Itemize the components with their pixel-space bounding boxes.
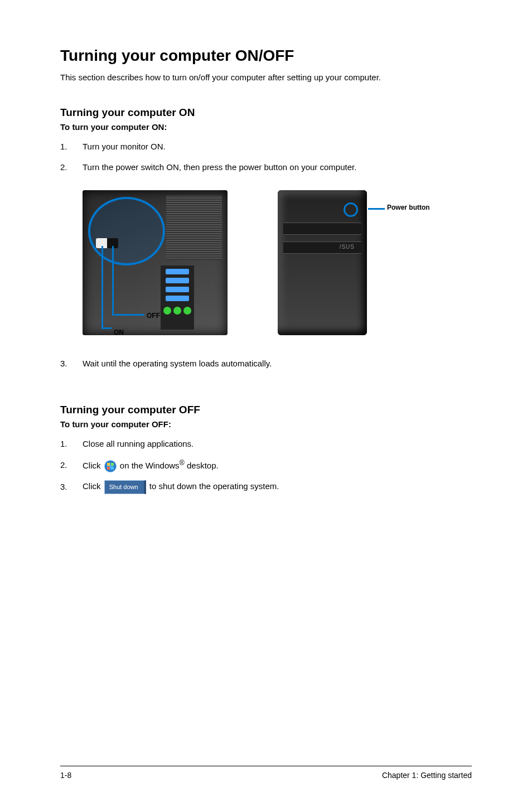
step-number: 2. bbox=[60, 459, 83, 472]
power-switch-graphic bbox=[96, 238, 118, 248]
figure-rear-panel: OFF ON bbox=[83, 190, 228, 335]
text-part: Click bbox=[83, 461, 101, 470]
step-text: Click Shut down to shut down the operati… bbox=[83, 480, 279, 494]
callout-line bbox=[101, 327, 112, 329]
step-text: Click on the Windows® desktop. bbox=[83, 458, 219, 472]
section-sub-off: To turn your computer OFF: bbox=[60, 419, 472, 429]
text-part: desktop. bbox=[187, 461, 219, 470]
step-text: Turn your monitor ON. bbox=[83, 141, 166, 153]
step-text: Turn the power switch ON, then press the… bbox=[83, 161, 356, 174]
vent-graphic bbox=[166, 196, 222, 260]
off-step-1: 1. Close all running applications. bbox=[60, 438, 472, 451]
text-part: to shut down the operating system. bbox=[149, 481, 279, 491]
on-step-3: 3. Wait until the operating system loads… bbox=[60, 357, 472, 370]
figure-front-panel: /SUS Power button bbox=[278, 190, 378, 335]
shutdown-button-graphic: Shut down bbox=[104, 480, 146, 494]
page-footer: 1-8 Chapter 1: Getting started bbox=[60, 766, 472, 780]
section-sub-on: To turn your computer ON: bbox=[60, 122, 472, 132]
power-button-callout-circle bbox=[344, 202, 358, 217]
on-step-1: 1. Turn your monitor ON. bbox=[60, 141, 472, 153]
step-number: 1. bbox=[60, 141, 83, 153]
callout-line bbox=[368, 208, 385, 210]
intro-text: This section describes how to turn on/of… bbox=[60, 73, 472, 82]
tower-front-graphic: /SUS bbox=[278, 190, 367, 335]
off-step-2: 2. Click on the Windows® desktop. bbox=[60, 458, 472, 472]
step-number: 3. bbox=[60, 481, 83, 494]
step-number: 1. bbox=[60, 438, 83, 451]
step-text: Close all running applications. bbox=[83, 438, 194, 451]
label-off: OFF bbox=[147, 312, 160, 320]
callout-line bbox=[112, 314, 144, 316]
section-heading-off: Turning your computer OFF bbox=[60, 404, 472, 416]
drive-bay-graphic bbox=[283, 223, 361, 235]
io-panel-graphic bbox=[161, 265, 194, 330]
windows-start-icon bbox=[104, 460, 117, 472]
brand-logo: /SUS bbox=[340, 244, 355, 250]
page-title: Turning your computer ON/OFF bbox=[60, 47, 472, 65]
on-step-2: 2. Turn the power switch ON, then press … bbox=[60, 161, 472, 174]
text-part: Click bbox=[83, 481, 101, 491]
callout-line bbox=[112, 246, 114, 316]
callout-line bbox=[101, 246, 103, 328]
off-step-3: 3. Click Shut down to shut down the oper… bbox=[60, 480, 472, 494]
registered-mark: ® bbox=[180, 459, 185, 467]
step-number: 3. bbox=[60, 357, 83, 370]
section-heading-on: Turning your computer ON bbox=[60, 107, 472, 119]
psu-callout-circle bbox=[88, 197, 165, 265]
shutdown-button-label: Shut down bbox=[104, 480, 146, 494]
text-part: on the Windows bbox=[120, 461, 180, 470]
step-text: Wait until the operating system loads au… bbox=[83, 357, 272, 370]
label-on: ON bbox=[114, 328, 124, 336]
page-number: 1-8 bbox=[60, 771, 71, 780]
step-number: 2. bbox=[60, 161, 83, 174]
chapter-label: Chapter 1: Getting started bbox=[382, 771, 472, 780]
label-power-button: Power button bbox=[387, 204, 430, 211]
